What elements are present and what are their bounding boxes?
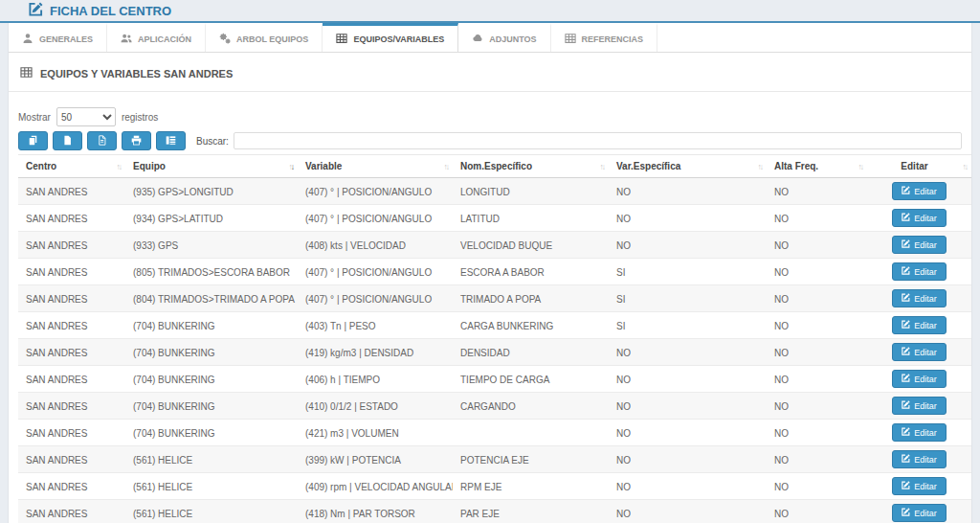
tab-referencias[interactable]: REFERENCIAS [551,23,658,52]
cell-equipo: (704) BUNKERING [125,312,298,339]
edit-button-label: Editar [914,321,937,330]
column-header-alta-freq-[interactable]: Alta Freq.↑↓ [767,155,867,178]
cell-editar: Editar [867,500,971,523]
edit-icon [902,481,910,491]
cell-alta: NO [767,259,867,285]
users-icon [121,33,132,46]
excel-export-button[interactable] [53,131,82,150]
cell-equipo: (561) HELICE [125,500,298,523]
edit-button-label: Editar [914,267,937,277]
edit-row-button[interactable]: Editar [892,343,947,361]
cell-centro: SAN ANDRES [18,500,125,523]
pdf-export-button[interactable] [87,131,117,150]
show-label: Mostrar [18,112,51,123]
cell-variable: (421) m3 | VOLUMEN [298,420,453,446]
cell-variable: (403) Tn | PESO [298,312,453,339]
edit-button-label: Editar [914,401,937,411]
cell-equipo: (805) TRIMADOS>ESCORA BABOR [125,259,298,285]
column-label: Variable [305,161,342,171]
cell-editar: Editar [867,446,971,473]
edit-button-label: Editar [914,509,937,518]
table-toolbar: Mostrar 50 registros Buscar: Centro↑↓Equ… [9,92,971,523]
edit-row-button[interactable]: Editar [892,289,947,307]
cell-editar: Editar [867,312,971,339]
tab-equipos-variables[interactable]: EQUIPOS/VARIABLES [323,23,458,52]
column-header-centro[interactable]: Centro↑↓ [18,155,125,178]
cell-alta: NO [767,500,867,523]
table-header-row: Centro↑↓Equipo↑↓Variable↑↓Nom.Específico… [18,155,971,178]
tab-label: REFERENCIAS [582,34,644,44]
cell-especifica: NO [609,339,767,366]
copy-button[interactable] [18,131,48,150]
tab-label: ADJUNTOS [489,34,536,44]
tab-label: APLICACIÓN [138,34,191,44]
edit-row-button[interactable]: Editar [892,262,947,281]
cell-variable: (407) ° | POSICION/ANGULO [298,285,453,312]
sort-icon: ↑↓ [858,162,863,171]
column-header-var-espec-fica[interactable]: Var.Específica↑↓ [609,155,767,178]
records-label: registros [122,112,158,123]
cell-variable: (408) kts | VELOCIDAD [298,232,453,259]
search-input[interactable] [234,132,962,149]
edit-row-button[interactable]: Editar [892,316,947,334]
cell-especifica: NO [609,232,767,259]
cell-centro: SAN ANDRES [18,473,125,500]
tab-label: GENERALES [39,34,93,44]
edit-button-label: Editar [914,375,937,384]
table-row: SAN ANDRES(934) GPS>LATITUD(407) ° | POS… [18,205,971,232]
page-size-select[interactable]: 50 [56,107,116,126]
cell-especifica: NO [609,178,767,205]
edit-row-button[interactable]: Editar [892,397,947,415]
cell-equipo: (704) BUNKERING [125,366,298,393]
tab-generales[interactable]: GENERALES [9,23,107,52]
sort-icon: ↑↓ [444,162,449,171]
edit-icon [902,400,910,411]
sort-icon: ↑↓ [289,162,294,171]
edit-row-button[interactable]: Editar [892,477,947,495]
cell-alta: NO [767,178,867,205]
edit-row-button[interactable]: Editar [892,236,947,254]
edit-icon [902,320,910,330]
edit-row-button[interactable]: Editar [892,450,947,468]
edit-row-button[interactable]: Editar [892,370,947,388]
column-header-equipo[interactable]: Equipo↑↓ [125,155,298,178]
cell-especifica: NO [609,393,767,420]
edit-row-button[interactable]: Editar [892,209,947,227]
table-row: SAN ANDRES(704) BUNKERING(421) m3 | VOLU… [18,420,971,446]
tab-aplicaci-n[interactable]: APLICACIÓN [107,23,206,52]
cell-especifica: NO [609,473,767,500]
sort-icon: ↑↓ [600,162,605,171]
cell-editar: Editar [867,339,971,366]
column-header-variable[interactable]: Variable↑↓ [298,155,453,178]
cell-centro: SAN ANDRES [18,259,125,285]
cell-nombre: DENSIDAD [453,339,609,366]
edit-icon [902,454,910,465]
edit-row-button[interactable]: Editar [892,182,947,200]
edit-button-label: Editar [914,187,937,196]
cell-alta: NO [767,285,867,312]
copy-icon [28,134,38,148]
column-header-editar[interactable]: Editar↑↓ [867,155,971,178]
tab-adjuntos[interactable]: ADJUNTOS [458,23,550,52]
edit-button-label: Editar [914,214,937,223]
edit-icon [902,186,910,196]
cell-variable: (406) h | TIEMPO [298,366,453,393]
cell-equipo: (704) BUNKERING [125,393,298,420]
edit-row-button[interactable]: Editar [892,423,947,442]
cell-editar: Editar [867,393,971,420]
edit-button-label: Editar [914,294,937,304]
cell-alta: NO [767,205,867,232]
column-header-nom-espec-fico[interactable]: Nom.Específico↑↓ [453,155,609,178]
column-visibility-button[interactable] [156,131,186,150]
print-button[interactable] [122,131,151,150]
columns-icon [166,134,176,148]
edit-row-button[interactable]: Editar [892,504,947,522]
tab-arbol-equipos[interactable]: ARBOL EQUIPOS [206,23,323,52]
cell-nombre: POTENCIA EJE [453,446,609,473]
table-row: SAN ANDRES(561) HELICE(418) Nm | PAR TOR… [18,500,971,523]
cell-equipo: (804) TRIMADOS>TRIMADO A POPA [125,285,298,312]
table-row: SAN ANDRES(805) TRIMADOS>ESCORA BABOR(40… [18,259,971,285]
cell-variable: (407) ° | POSICION/ANGULO [298,205,453,232]
cell-variable: (419) kg/m3 | DENSIDAD [298,339,453,366]
equipos-variables-table: Centro↑↓Equipo↑↓Variable↑↓Nom.Específico… [18,154,971,523]
